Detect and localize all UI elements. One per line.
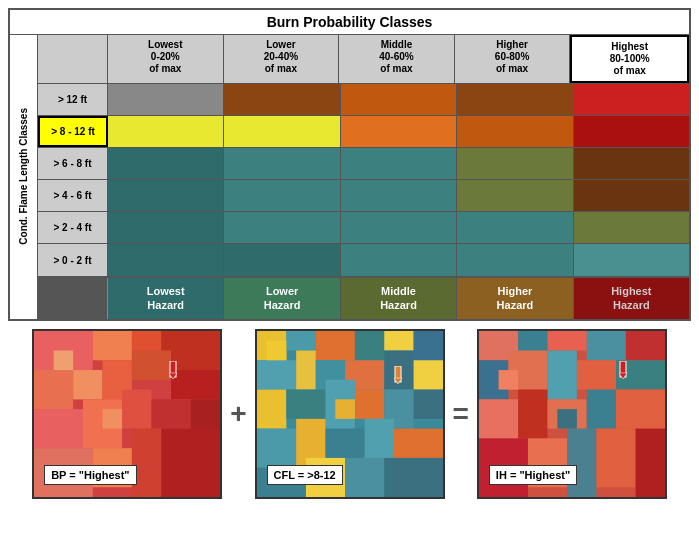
cell-0-0 [108,84,224,115]
svg-rect-64 [577,360,616,389]
ih-map-label: IH = "Highest" [489,465,577,485]
svg-rect-20 [103,409,123,429]
cell-4-1 [224,212,340,243]
cell-3-0 [108,180,224,211]
table-row: > 2 - 4 ft [38,212,689,244]
svg-rect-3 [132,331,161,351]
hazard-cell-3: HigherHazard [457,278,573,319]
data-rows: > 12 ft > 8 - 12 ft [38,84,689,276]
row-label-2: > 6 - 8 ft [38,148,108,179]
map-bp: BP = "Highest" [32,329,222,499]
svg-rect-58 [547,331,586,351]
table-row: > 4 - 6 ft [38,180,689,212]
cell-5-2 [341,244,457,276]
table-row: > 8 - 12 ft [38,116,689,148]
svg-rect-50 [384,458,443,497]
svg-rect-73 [567,428,596,496]
equals-operator: = [449,398,473,430]
svg-rect-60 [626,331,665,360]
cursor-bp [166,361,180,385]
table-row: > 12 ft [38,84,689,116]
cell-1-0 [108,116,224,147]
row-label-4: > 2 - 4 ft [38,212,108,243]
svg-rect-19 [54,350,74,370]
svg-rect-63 [547,350,576,399]
col-header-3: Higher60-80%of max [455,35,571,83]
svg-rect-77 [557,409,577,429]
svg-rect-28 [384,331,413,351]
burn-probability-table: Burn Probability Classes Cond. Flame Len… [8,8,691,321]
svg-rect-67 [518,389,547,438]
column-label: Cond. Flame Length Classes [18,108,29,245]
svg-rect-35 [413,360,442,389]
cell-4-3 [457,212,573,243]
svg-rect-59 [587,331,626,360]
cell-0-4 [574,84,689,115]
svg-rect-45 [364,418,393,457]
cell-3-3 [457,180,573,211]
cell-2-3 [457,148,573,179]
col-header-4: Highest80-100%of max [570,35,689,83]
hazard-cell-4: HighestHazard [574,278,689,319]
svg-rect-69 [587,389,616,428]
cell-3-1 [224,180,340,211]
svg-rect-27 [354,331,383,360]
cell-4-0 [108,212,224,243]
header-row: Lowest0-20%of max Lower20-40%of max Midd… [38,35,689,84]
svg-rect-76 [498,370,518,390]
plus-operator: + [226,398,250,430]
hazard-cell-1: LowerHazard [224,278,340,319]
cell-4-2 [341,212,457,243]
map-cfl: CFL = >8-12 [255,329,445,499]
hazard-cell-0: LowestHazard [108,278,224,319]
svg-rect-66 [479,399,518,438]
cell-0-2 [341,84,457,115]
cell-0-1 [224,84,340,115]
svg-rect-10 [34,409,83,448]
cell-2-2 [341,148,457,179]
svg-rect-41 [413,389,442,418]
svg-rect-37 [286,389,325,418]
cell-4-4 [574,212,689,243]
row-label-3: > 4 - 6 ft [38,180,108,211]
cell-5-4 [574,244,689,276]
table-row: > 0 - 2 ft [38,244,689,276]
svg-rect-36 [257,389,286,428]
cell-2-0 [108,148,224,179]
header-corner [38,35,108,83]
svg-rect-13 [152,399,191,428]
row-label-5: > 0 - 2 ft [38,244,108,276]
cell-1-3 [457,116,573,147]
cell-3-4 [574,180,689,211]
table-row: > 6 - 8 ft [38,148,689,180]
svg-rect-46 [394,428,443,457]
svg-rect-29 [413,331,442,360]
cell-5-3 [457,244,573,276]
svg-rect-18 [161,428,220,496]
bottom-maps-section: BP = "Highest" + [8,329,691,499]
svg-rect-6 [73,370,102,399]
map-ih: IH = "Highest" [477,329,667,499]
svg-rect-70 [616,389,665,428]
cell-2-1 [224,148,340,179]
cell-1-4 [574,116,689,147]
cell-1-2 [341,116,457,147]
svg-rect-2 [93,331,132,360]
cell-3-2 [341,180,457,211]
cell-2-4 [574,148,689,179]
cursor-cfl [391,366,405,390]
col-header-1: Lower20-40%of max [224,35,340,83]
grid-body: Lowest0-20%of max Lower20-40%of max Midd… [38,35,689,319]
row-labels-column: Cond. Flame Length Classes [10,35,38,319]
col-header-2: Middle40-60%of max [339,35,455,83]
row-label-1: > 8 - 12 ft [38,116,108,147]
hazard-row: LowestHazard LowerHazard MiddleHazard Hi… [38,276,689,319]
cell-5-0 [108,244,224,276]
svg-rect-12 [122,389,151,428]
cell-5-1 [224,244,340,276]
table-title: Burn Probability Classes [10,10,689,35]
cfl-map-label: CFL = >8-12 [267,465,343,485]
svg-rect-75 [635,428,664,496]
svg-rect-42 [257,428,296,467]
svg-rect-30 [257,360,296,389]
